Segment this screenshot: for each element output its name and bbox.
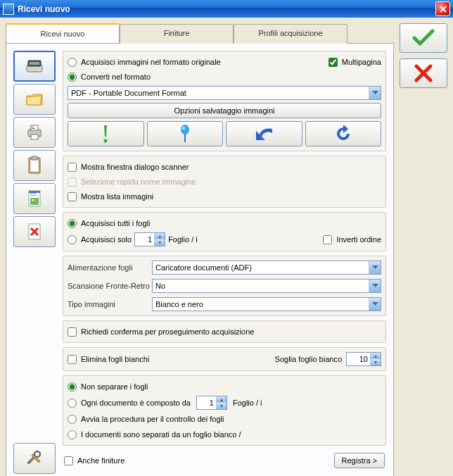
dropdown-duplex[interactable]: No (152, 279, 381, 293)
check-show-image-list[interactable]: Mostra lista immagini (68, 190, 381, 203)
sidebar-printer[interactable] (13, 117, 56, 148)
button-action-undo[interactable] (226, 121, 302, 146)
radio-sheets-all-label: Acquisisci tutti i fogli (81, 219, 150, 227)
check-also-finishings-label: Anche finiture (77, 456, 125, 465)
sidebar-page-image[interactable] (13, 183, 56, 214)
check-confirm-continue-label: Richiedi conferma per proseguimento acqu… (81, 327, 254, 336)
dropdown-feed-value: Caricatore documenti (ADF) (153, 263, 369, 272)
svg-rect-13 (30, 195, 37, 196)
radio-sheets-only[interactable]: Acquisisci solo (68, 233, 132, 246)
svg-point-21 (182, 127, 185, 130)
dropdown-format[interactable]: PDF - Portable Document Format (68, 86, 381, 100)
dropdown-feed[interactable]: Caricatore documenti (ADF) (152, 261, 381, 275)
panel-format: Acquisisci immagini nel formato original… (63, 51, 386, 151)
svg-rect-4 (31, 125, 38, 130)
page-image-icon (26, 189, 43, 208)
label-type: Tipo immagini (68, 300, 152, 308)
label-feed: Alimentazione fogli (68, 263, 152, 272)
sidebar-page-delete[interactable] (13, 216, 56, 247)
svg-rect-5 (31, 134, 38, 139)
button-cancel[interactable] (400, 58, 447, 88)
check-also-finishings[interactable]: Anche finiture (64, 454, 125, 467)
clipboard-icon (26, 156, 43, 175)
svg-rect-2 (30, 62, 39, 65)
button-save-options[interactable]: Opzioni salvataggio immagini (68, 103, 381, 118)
check-confirm-continue[interactable]: Richiedi conferma per proseguimento acqu… (68, 325, 381, 338)
scanner-icon (25, 58, 44, 75)
sidebar-settings[interactable] (13, 443, 56, 474)
radio-convert-format[interactable]: Converti nel formato (68, 70, 381, 83)
spinner-up-icon[interactable]: ▲ (370, 353, 381, 359)
radio-sep-control[interactable]: Avvia la procedura per il controllo dei … (68, 413, 381, 425)
panel-separate: Non separare i fogli Ogni documento è co… (63, 375, 386, 446)
radio-sep-every-label: Ogni documento è composto da (81, 399, 191, 407)
check-invert-order-label: Inverti ordine (336, 235, 381, 244)
button-action-refresh[interactable] (305, 121, 382, 146)
spinner-blank-threshold[interactable]: 10 ▲▼ (346, 352, 381, 366)
check-remove-blank[interactable]: Elimina fogli bianchi (68, 353, 149, 365)
panel-dialog: Mostra finestra dialogo scanner Selezion… (63, 156, 386, 208)
tab-profili[interactable]: Profili acquisizione (234, 24, 347, 44)
sidebar-clipboard[interactable] (13, 150, 56, 181)
tab-finiture[interactable]: Finiture (120, 24, 234, 44)
radio-acquire-original[interactable]: Acquisisci immagini nel formato original… (68, 56, 221, 68)
radio-sep-white-label: I documenti sono separati da un foglio b… (81, 430, 241, 439)
spinner-sheets-only[interactable]: 1 ▲▼ (134, 232, 165, 246)
radio-sep-none-label: Non separare i fogli (81, 382, 148, 391)
button-ok[interactable] (400, 23, 447, 53)
spinner-sep-every[interactable]: 1 ▲▼ (196, 396, 227, 410)
tab-content: Acquisisci immagini nel formato original… (6, 43, 394, 476)
button-action-pin[interactable] (147, 121, 224, 146)
check-multipage-label: Multipagina (342, 58, 381, 66)
chevron-down-icon (369, 298, 381, 311)
right-action-column (400, 23, 447, 470)
label-blank-threshold: Soglia foglio bianco (275, 355, 342, 363)
dropdown-format-value: PDF - Portable Document Format (68, 89, 369, 97)
tab-strip: Ricevi nuovo Finiture Profili acquisizio… (6, 23, 394, 43)
check-invert-order[interactable]: Inverti ordine (323, 233, 381, 246)
tab-ricevi-nuovo[interactable]: Ricevi nuovo (6, 23, 120, 43)
exclaim-icon (101, 124, 110, 144)
button-action-exclaim[interactable] (68, 121, 144, 146)
dropdown-type[interactable]: Bianco e nero (152, 297, 381, 311)
radio-sep-none[interactable]: Non separare i fogli (68, 380, 381, 393)
spinner-down-icon[interactable]: ▼ (154, 239, 165, 246)
content-column: Acquisisci immagini nel formato original… (63, 51, 386, 474)
refresh-icon (334, 125, 352, 142)
check-fast-name: Selezione rapida nome immagine (68, 175, 381, 188)
sidebar (13, 51, 56, 474)
radio-sheets-all[interactable]: Acquisisci tutti i fogli (68, 217, 381, 230)
check-show-scanner-dialog[interactable]: Mostra finestra dialogo scanner (68, 161, 381, 173)
window-body: Ricevi nuovo Finiture Profili acquisizio… (0, 18, 453, 476)
svg-rect-9 (30, 160, 39, 172)
panel-sheets: Acquisisci tutti i fogli Acquisisci solo… (63, 212, 386, 251)
svg-rect-6 (32, 127, 34, 127)
tools-icon (25, 449, 44, 468)
svg-rect-16 (29, 191, 40, 193)
check-multipage[interactable]: Multipagina (328, 56, 381, 68)
radio-sep-every[interactable]: Ogni documento è composto da (68, 396, 191, 409)
spinner-blank-threshold-value: 10 (347, 355, 370, 363)
sidebar-folder[interactable] (13, 84, 56, 115)
sep-every-suffix: Foglio / i (233, 399, 262, 407)
window-title: Ricevi nuovo (18, 4, 435, 14)
spinner-up-icon[interactable]: ▲ (216, 396, 226, 403)
spinner-down-icon[interactable]: ▼ (370, 359, 381, 365)
chevron-down-icon (369, 261, 381, 274)
spinner-up-icon[interactable]: ▲ (154, 233, 165, 239)
spinner-sheets-only-value: 1 (135, 235, 154, 244)
check-show-image-list-label: Mostra lista immagini (81, 192, 153, 201)
radio-sheets-only-label: Acquisisci solo (81, 235, 132, 244)
radio-sep-white[interactable]: I documenti sono separati da un foglio b… (68, 428, 381, 441)
chevron-down-icon (369, 280, 381, 292)
pin-icon (179, 124, 191, 144)
printer-icon (25, 124, 44, 141)
svg-rect-7 (32, 128, 35, 129)
svg-point-19 (104, 139, 108, 143)
button-register[interactable]: Registra > (334, 453, 385, 468)
spinner-down-icon[interactable]: ▼ (216, 403, 226, 409)
sidebar-scan[interactable] (13, 51, 56, 82)
window-close-button[interactable] (435, 1, 450, 16)
check-icon (412, 29, 435, 47)
svg-rect-12 (30, 193, 36, 194)
